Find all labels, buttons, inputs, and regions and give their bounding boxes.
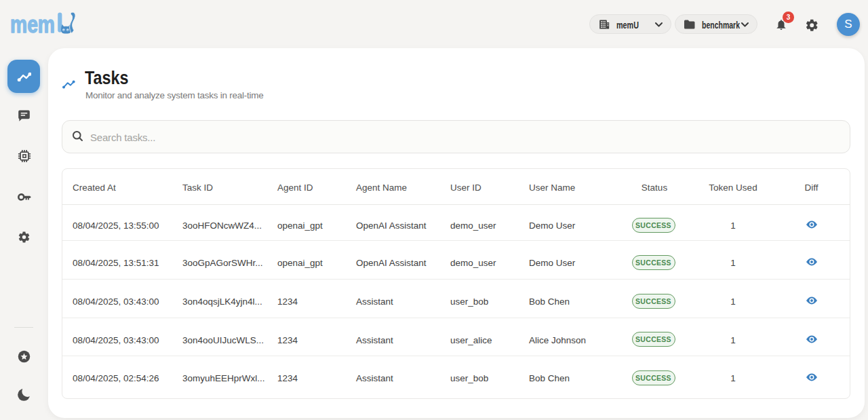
svg-text:benchmark: benchmark bbox=[702, 20, 741, 31]
svg-text:mem: mem bbox=[10, 11, 55, 37]
svg-text:Tasks: Tasks bbox=[85, 68, 129, 88]
svg-text:memU: memU bbox=[616, 20, 639, 31]
